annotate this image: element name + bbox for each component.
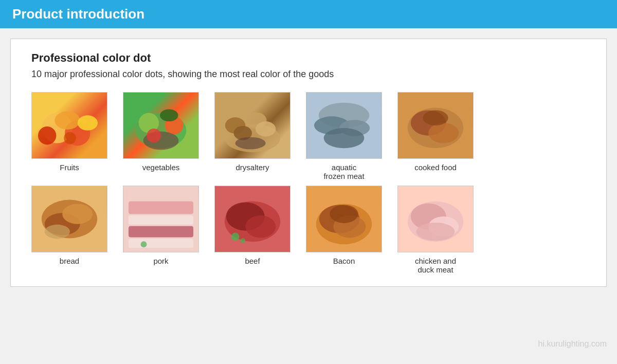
page-title: Product introduction (12, 6, 144, 22)
food-image-bread (31, 186, 107, 252)
food-image-pork (123, 186, 199, 252)
food-label-bread: bread (60, 257, 79, 265)
food-item-cooked: cooked food (397, 92, 474, 172)
food-image-beef (214, 186, 291, 252)
food-image-vegetables (123, 92, 199, 159)
food-row-2: bread pork (31, 186, 586, 274)
svg-point-42 (245, 215, 276, 238)
svg-point-32 (45, 225, 70, 239)
food-item-chicken: chicken and duck meat (397, 186, 474, 274)
food-item-vegetables: vegetables (123, 92, 199, 172)
food-item-fruits: Fruits (31, 92, 107, 172)
food-row-1: Fruits vegetables (31, 92, 586, 180)
food-label-fruits: Fruits (60, 163, 79, 172)
food-image-drysaltery (214, 92, 291, 159)
svg-point-38 (141, 241, 147, 247)
page-header: Product introduction (0, 0, 617, 28)
svg-point-2 (55, 111, 80, 129)
food-label-cooked: cooked food (414, 163, 457, 172)
svg-rect-34 (129, 202, 193, 214)
food-item-aquatic: aquatic frozen meat (306, 92, 382, 180)
watermark: hi.kurulighting.com (538, 339, 607, 349)
food-item-bacon: Bacon (306, 186, 382, 265)
food-image-chicken (397, 186, 474, 252)
food-label-vegetables: vegetables (142, 163, 180, 172)
svg-rect-37 (129, 239, 193, 248)
food-image-fruits (31, 92, 107, 159)
food-label-chicken: chicken and duck meat (415, 257, 456, 274)
section-subtitle: 10 major professional color dots, showin… (31, 69, 586, 80)
food-image-bacon (306, 186, 382, 252)
svg-point-22 (324, 128, 365, 148)
food-image-cooked (397, 92, 474, 159)
svg-point-16 (256, 121, 276, 137)
svg-point-43 (231, 233, 240, 241)
food-label-pork: pork (153, 257, 168, 265)
svg-rect-35 (129, 215, 193, 225)
food-item-bread: bread (31, 186, 107, 265)
food-item-pork: pork (123, 186, 199, 265)
svg-point-27 (423, 110, 448, 125)
svg-point-31 (62, 204, 93, 224)
svg-point-17 (235, 137, 266, 150)
svg-point-10 (147, 129, 161, 143)
svg-point-3 (38, 126, 56, 144)
svg-point-49 (330, 205, 358, 223)
food-label-aquatic: aquatic frozen meat (323, 163, 364, 180)
food-item-drysaltery: drysaltery (214, 92, 291, 172)
food-image-aquatic (306, 92, 382, 159)
svg-point-26 (428, 123, 459, 143)
section-title: Professional color dot (31, 51, 586, 65)
food-label-drysaltery: drysaltery (235, 163, 269, 172)
food-label-bacon: Bacon (333, 257, 355, 265)
svg-point-5 (64, 132, 76, 144)
food-label-beef: beef (245, 257, 260, 265)
svg-point-11 (160, 109, 178, 121)
svg-rect-36 (129, 226, 193, 238)
main-content-box: Professional color dot 10 major professi… (10, 39, 607, 287)
svg-point-44 (240, 238, 245, 243)
food-grid: Fruits vegetables (31, 92, 586, 274)
svg-point-54 (416, 223, 455, 241)
svg-point-4 (78, 115, 98, 131)
food-item-beef: beef (214, 186, 291, 265)
